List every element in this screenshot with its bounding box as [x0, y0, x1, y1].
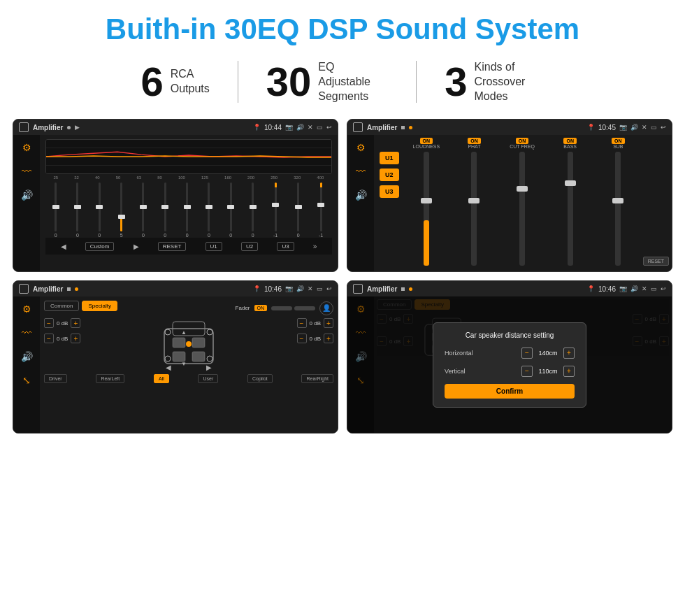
slider-cutfreq[interactable]: [519, 152, 525, 266]
speaker-icon[interactable]: 🔊: [21, 189, 33, 201]
u1-btn[interactable]: U1: [380, 152, 399, 164]
eq-icon-3[interactable]: ⚙: [22, 303, 31, 315]
u2-btn[interactable]: U2: [380, 169, 399, 181]
on-badge-phat[interactable]: ON: [468, 138, 481, 144]
eq-slider-2[interactable]: 0: [98, 182, 101, 238]
tab-common[interactable]: Common: [44, 301, 79, 311]
vol-minus-tl[interactable]: −: [44, 318, 54, 328]
screen3-title: Amplifier: [33, 285, 63, 293]
screen3-body: ⚙ 〰 🔊 ⤡ Common Specialty Fader ON: [13, 296, 338, 433]
u-buttons: U1 U2 U3: [377, 138, 402, 268]
u3-btn[interactable]: U3: [380, 185, 399, 198]
back-icon-4[interactable]: ↩: [661, 285, 666, 292]
slider-sub[interactable]: [615, 152, 621, 266]
eq-slider-10[interactable]: -1: [273, 182, 277, 238]
battery-icon-3: ▭: [317, 285, 323, 292]
eq-slider-8[interactable]: 0: [229, 182, 232, 238]
sq-dot-4: [401, 287, 405, 291]
preset-user[interactable]: User: [198, 374, 218, 383]
vertical-label: Vertical: [445, 368, 466, 375]
slider-phat[interactable]: [471, 152, 477, 266]
home-icon-3[interactable]: [19, 284, 29, 294]
eq-slider-7[interactable]: 0: [208, 182, 210, 238]
reset-btn-2[interactable]: RESET: [643, 257, 669, 266]
next-arrow[interactable]: ▶: [134, 243, 139, 250]
back-icon-2[interactable]: ↩: [661, 124, 666, 131]
status-bar-1: Amplifier ▶ 📍 10:44 📷 🔊 ✕ ▭ ↩: [13, 120, 338, 135]
home-icon-1[interactable]: [19, 122, 29, 132]
eq-slider-12[interactable]: -1: [319, 182, 323, 238]
back-icon-1[interactable]: ↩: [326, 124, 332, 131]
vol-plus-tr[interactable]: +: [324, 318, 333, 328]
expand-icon-3[interactable]: ⤡: [22, 375, 31, 386]
more-icon[interactable]: »: [313, 243, 317, 250]
custom-btn[interactable]: Custom: [85, 242, 115, 251]
on-badge-loudness[interactable]: ON: [420, 138, 433, 144]
vol-minus-tr[interactable]: −: [297, 318, 307, 328]
left-arrow-icon[interactable]: ◀: [166, 364, 171, 371]
preset-all[interactable]: All: [154, 374, 169, 383]
vertical-minus[interactable]: −: [521, 366, 533, 377]
preset-rearright[interactable]: RearRight: [301, 374, 333, 383]
vol-plus-bl[interactable]: +: [71, 334, 80, 343]
horizontal-plus[interactable]: +: [563, 348, 575, 359]
preset-copilot[interactable]: Copilot: [247, 374, 273, 383]
side-arrows: ◀ ▶: [166, 364, 212, 371]
slider-bass[interactable]: [568, 152, 573, 266]
vol-minus-bl[interactable]: −: [44, 334, 54, 343]
channel-cutfreq: ON CUT FREQ: [500, 138, 545, 268]
reset-btn-1[interactable]: RESET: [158, 242, 187, 251]
eq-slider-3[interactable]: 5: [120, 182, 123, 238]
wave-icon[interactable]: 〰: [22, 166, 31, 177]
eq-slider-11[interactable]: 0: [297, 182, 300, 238]
wave-icon-2[interactable]: 〰: [356, 166, 366, 177]
eq-icon-2[interactable]: ⚙: [356, 142, 366, 153]
home-icon-4[interactable]: [353, 284, 363, 294]
vol-minus-br[interactable]: −: [297, 334, 307, 343]
horizontal-minus[interactable]: −: [521, 348, 533, 359]
volume-icon-3: 🔊: [296, 285, 304, 292]
eq-slider-6[interactable]: 0: [186, 182, 189, 238]
side-icons-3: ⚙ 〰 🔊 ⤡: [13, 296, 40, 433]
freq-400: 400: [317, 176, 324, 180]
vertical-plus[interactable]: +: [563, 366, 575, 377]
u3-btn-1[interactable]: U3: [277, 242, 294, 251]
right-arrow-icon[interactable]: ▶: [206, 364, 212, 371]
screen2-title: Amplifier: [367, 124, 397, 131]
slider-loudness[interactable]: [424, 152, 429, 266]
eq-slider-4[interactable]: 0: [142, 182, 145, 238]
prev-arrow[interactable]: ◀: [61, 243, 66, 250]
eq-icon[interactable]: ⚙: [22, 142, 31, 153]
x-icon-1: ✕: [308, 124, 313, 131]
speaker-icon-2[interactable]: 🔊: [355, 189, 367, 201]
preset-rearleft[interactable]: RearLeft: [96, 374, 124, 383]
on-badge-cutfreq[interactable]: ON: [516, 138, 529, 144]
home-icon-2[interactable]: [353, 122, 363, 132]
fader-on-btn[interactable]: ON: [254, 305, 268, 311]
fader-slider-h2[interactable]: [294, 306, 315, 310]
wave-icon-3[interactable]: 〰: [22, 327, 31, 338]
vol-plus-tl[interactable]: +: [71, 318, 80, 328]
eq-slider-9[interactable]: 0: [252, 182, 254, 238]
speaker-icon-3[interactable]: 🔊: [21, 351, 33, 362]
screen-fader: Amplifier 📍 10:46 📷 🔊 ✕ ▭ ↩ ⚙ 〰 🔊 ⤡: [13, 280, 338, 434]
back-icon-3[interactable]: ↩: [326, 285, 332, 292]
eq-slider-5[interactable]: 0: [164, 182, 166, 238]
vol-plus-br[interactable]: +: [324, 334, 333, 343]
eq-slider-1[interactable]: 0: [76, 182, 79, 238]
pin-icon-2: 📍: [587, 124, 595, 131]
confirm-button[interactable]: Confirm: [445, 384, 575, 399]
preset-driver[interactable]: Driver: [44, 374, 67, 383]
on-badge-sub[interactable]: ON: [612, 138, 625, 144]
horizontal-value: 140cm: [535, 350, 561, 357]
u2-btn-1[interactable]: U2: [241, 242, 258, 251]
tab-specialty[interactable]: Specialty: [82, 301, 117, 311]
u1-btn-1[interactable]: U1: [206, 242, 222, 251]
horizontal-controls: − 140cm +: [521, 348, 575, 359]
freq-250: 250: [271, 176, 277, 180]
fader-slider-h1[interactable]: [271, 306, 292, 310]
on-badge-bass[interactable]: ON: [563, 138, 577, 144]
eq-slider-0[interactable]: 0: [55, 182, 57, 238]
channel-loudness: ON LOUDNESS: [404, 138, 449, 268]
stats-row: 6 RCAOutputs 30 EQ AdjustableSegments 3 …: [0, 55, 685, 115]
